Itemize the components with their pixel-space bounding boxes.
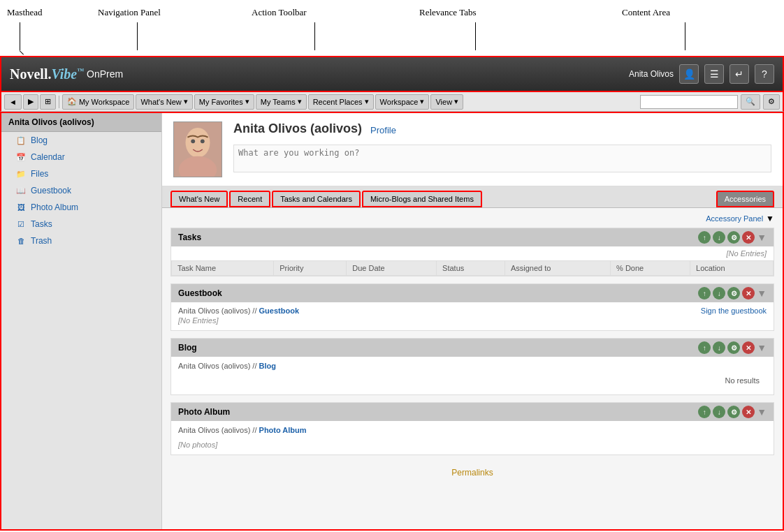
help-icon-btn[interactable]: ? xyxy=(755,64,774,84)
photo-album-expand-btn[interactable]: ▼ xyxy=(757,406,767,418)
my-favorites-arrow: ▾ xyxy=(245,97,249,106)
workspace-icon-btn[interactable]: ⊞ xyxy=(40,94,56,110)
col-location: Location xyxy=(690,261,774,276)
my-teams-btn[interactable]: My Teams ▾ xyxy=(256,94,307,110)
sidebar: Anita Olivos (aolivos) 📋 Blog 📅 Calendar… xyxy=(1,113,162,529)
guestbook-no-entries: [No Entries] xyxy=(178,315,767,326)
nav-separator-1 xyxy=(59,96,59,108)
photo-album-up-btn[interactable]: ↑ xyxy=(698,406,711,418)
tab-micro-blogs[interactable]: Micro-Blogs and Shared Items xyxy=(362,191,482,207)
view-arrow: ▾ xyxy=(454,97,458,106)
tasks-expand-btn[interactable]: ▼ xyxy=(757,232,767,243)
workspace-btn[interactable]: Workspace ▾ xyxy=(375,94,430,110)
my-favorites-btn[interactable]: My Favorites ▾ xyxy=(194,94,254,110)
guestbook-icon: 📖 xyxy=(15,185,27,196)
accessory-panel-dropdown[interactable]: ▼ xyxy=(766,214,774,223)
search-btn[interactable]: 🔍 xyxy=(741,94,760,110)
sidebar-item-tasks[interactable]: ☑ Tasks xyxy=(1,216,161,232)
recent-places-label: Recent Places xyxy=(313,98,363,106)
tasks-table-header-row: Task Name Priority Due Date Status Assig… xyxy=(172,261,774,276)
blog-up-btn[interactable]: ↑ xyxy=(698,341,711,354)
guestbook-close-btn[interactable]: ✕ xyxy=(742,287,755,300)
back-btn[interactable]: ◄ xyxy=(4,94,22,110)
person-icon-btn[interactable]: 👤 xyxy=(679,64,699,84)
widget-guestbook-controls: ↑ ↓ ⚙ ✕ ▼ xyxy=(698,287,767,300)
sidebar-item-calendar[interactable]: 📅 Calendar xyxy=(1,149,161,165)
widget-photo-album: Photo Album ↑ ↓ ⚙ ✕ ▼ Anita Olivos (aoli… xyxy=(170,402,774,455)
widget-guestbook: Guestbook ↑ ↓ ⚙ ✕ ▼ Anita Olivos (aoli xyxy=(170,283,774,331)
guestbook-up-btn[interactable]: ↑ xyxy=(698,287,711,300)
photo-album-down-btn[interactable]: ↓ xyxy=(713,406,725,418)
enter-icon-btn[interactable]: ↵ xyxy=(729,64,749,84)
blog-down-btn[interactable]: ↓ xyxy=(713,341,725,354)
forward-btn[interactable]: ▶ xyxy=(23,94,38,110)
my-teams-arrow: ▾ xyxy=(298,97,302,106)
guestbook-sign-link[interactable]: Sign the guestbook xyxy=(701,306,767,315)
blog-breadcrumb-text: Anita Olivos (aolivos) // xyxy=(178,362,259,370)
sidebar-label-trash: Trash xyxy=(31,236,52,246)
tasks-gear-btn[interactable]: ⚙ xyxy=(727,231,740,244)
guestbook-breadcrumb: Anita Olivos (aolivos) // Guestbook xyxy=(178,306,299,315)
workspace-arrow: ▾ xyxy=(420,97,424,106)
my-teams-label: My Teams xyxy=(261,98,296,106)
profile-photo xyxy=(173,121,222,177)
blog-expand-btn[interactable]: ▼ xyxy=(757,342,767,353)
content-area-annotation: Content Area xyxy=(622,7,670,18)
widget-guestbook-title: Guestbook xyxy=(178,288,222,298)
sidebar-item-guestbook[interactable]: 📖 Guestbook xyxy=(1,182,161,199)
my-workspace-label: My Workspace xyxy=(79,98,130,106)
sidebar-item-files[interactable]: 📁 Files xyxy=(1,165,161,182)
guestbook-expand-btn[interactable]: ▼ xyxy=(757,288,767,299)
profile-status-input[interactable] xyxy=(233,145,771,172)
widget-blog: Blog ↑ ↓ ⚙ ✕ ▼ Anita Olivos (aolivos) //… xyxy=(170,338,774,395)
blog-gear-btn[interactable]: ⚙ xyxy=(727,341,740,354)
widget-blog-controls: ↑ ↓ ⚙ ✕ ▼ xyxy=(698,341,767,354)
guestbook-down-btn[interactable]: ↓ xyxy=(713,287,725,300)
arrow-action xyxy=(314,22,315,50)
tasks-close-btn[interactable]: ✕ xyxy=(742,231,755,244)
search-input[interactable] xyxy=(640,95,738,109)
tab-tasks-calendars[interactable]: Tasks and Calendars xyxy=(272,191,361,207)
view-btn[interactable]: View ▾ xyxy=(430,94,463,110)
nav-toolbar: ◄ ▶ ⊞ 🏠 My Workspace What's New ▾ My Fav… xyxy=(0,92,784,112)
widget-photo-album-controls: ↑ ↓ ⚙ ✕ ▼ xyxy=(698,406,767,418)
profile-link[interactable]: Profile xyxy=(370,125,396,135)
relevance-tabs-annotation: Relevance Tabs xyxy=(419,7,477,18)
list-icon-btn[interactable]: ☰ xyxy=(704,64,724,84)
action-toolbar-annotation: Action Toolbar xyxy=(252,7,307,18)
profile-name: Anita Olivos (aolivos) xyxy=(233,121,362,136)
photo-album-close-btn[interactable]: ✕ xyxy=(742,406,755,418)
tasks-up-btn[interactable]: ↑ xyxy=(698,231,711,244)
photo-album-no-photos: [No photos] xyxy=(178,435,767,450)
accessory-panel-link[interactable]: Accessory Panel xyxy=(706,214,763,223)
profile-name-row: Anita Olivos (aolivos) Profile xyxy=(233,121,771,139)
guestbook-breadcrumb-text: Anita Olivos (aolivos) // xyxy=(178,306,259,315)
whats-new-btn[interactable]: What's New ▾ xyxy=(136,94,192,110)
widget-blog-header: Blog ↑ ↓ ⚙ ✕ ▼ xyxy=(171,339,774,357)
photo-album-breadcrumb: Anita Olivos (aolivos) // Photo Album xyxy=(178,426,307,434)
logo-onprem: OnPrem xyxy=(87,68,123,80)
widget-photo-album-title: Photo Album xyxy=(178,407,230,417)
blog-close-btn[interactable]: ✕ xyxy=(742,341,755,354)
tasks-table: Task Name Priority Due Date Status Assig… xyxy=(171,260,774,276)
recent-places-btn[interactable]: Recent Places ▾ xyxy=(308,94,374,110)
sidebar-item-blog[interactable]: 📋 Blog xyxy=(1,132,161,149)
masthead: Novell . Vibe™ OnPrem Anita Olivos 👤 ☰ ↵… xyxy=(0,56,784,92)
col-percent-done: % Done xyxy=(611,261,690,276)
sidebar-item-trash[interactable]: 🗑 Trash xyxy=(1,232,161,249)
tab-whats-new[interactable]: What's New xyxy=(170,191,228,207)
sidebar-item-photo-album[interactable]: 🖼 Photo Album xyxy=(1,199,161,216)
arrow-nav xyxy=(137,22,138,50)
my-workspace-btn[interactable]: 🏠 My Workspace xyxy=(62,94,135,110)
advanced-search-btn[interactable]: ⚙ xyxy=(763,94,780,110)
sidebar-label-tasks: Tasks xyxy=(31,219,52,229)
tab-recent[interactable]: Recent xyxy=(229,191,270,207)
photo-album-gear-btn[interactable]: ⚙ xyxy=(727,406,740,418)
tasks-down-btn[interactable]: ↓ xyxy=(713,231,725,244)
profile-section: Anita Olivos (aolivos) Profile xyxy=(162,113,783,186)
guestbook-gear-btn[interactable]: ⚙ xyxy=(727,287,740,300)
tab-accessories[interactable]: Accessories xyxy=(716,191,774,207)
arrow-masthead-tip xyxy=(20,50,24,54)
permalink-footer[interactable]: Permalinks xyxy=(170,462,774,483)
photo-album-icon: 🖼 xyxy=(15,202,27,213)
